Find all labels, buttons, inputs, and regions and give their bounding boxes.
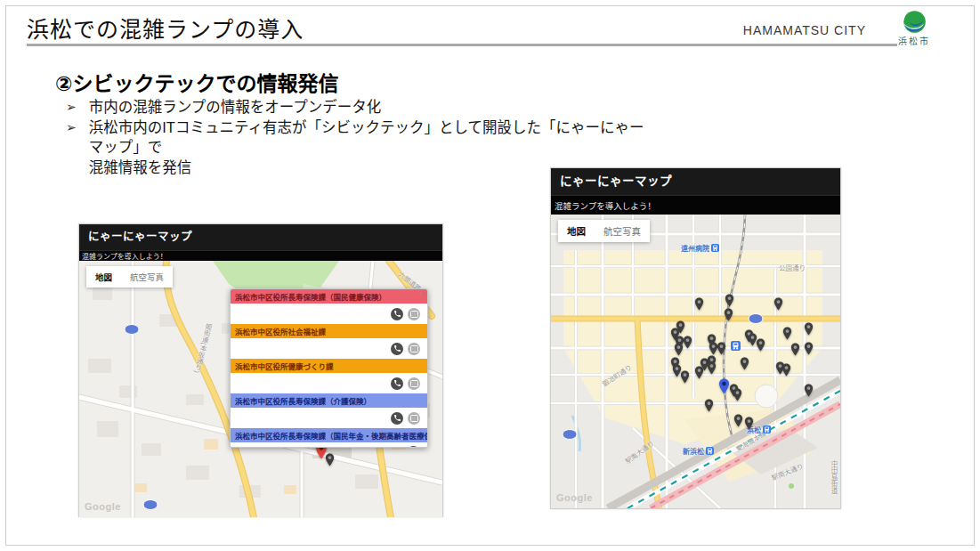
popup-row-header[interactable]: 浜松市中区役所長寿保険課（介護保険）	[231, 393, 427, 408]
train-station-icon	[706, 447, 714, 455]
display-icon[interactable]	[408, 343, 420, 355]
map-pin[interactable]	[717, 342, 726, 355]
map-pin[interactable]	[804, 342, 814, 355]
map-pin[interactable]	[707, 361, 717, 375]
map-type-button-satellite[interactable]: 航空写真	[595, 220, 650, 242]
popup-row-body	[231, 304, 427, 324]
map-pin[interactable]	[733, 388, 742, 401]
map-type-button-satellite[interactable]: 航空写真	[121, 266, 173, 288]
map-type-button-map[interactable]: 地図	[558, 220, 595, 242]
app-titlebar: にゃーにゃーマップ	[79, 224, 442, 250]
map-pin[interactable]	[744, 417, 754, 430]
train-station-icon	[763, 425, 771, 434]
right-map-screenshot: にゃーにゃーマップ 混雑ランプを導入しよう！	[550, 167, 841, 509]
popup-row-header[interactable]: 浜松市中区役所長寿保険課（国民健康保険）	[231, 289, 427, 304]
map-type-control: 地図 航空写真	[86, 266, 173, 288]
map-viewport[interactable]: 地図 航空写真 姫街道(本坂通り)六間道路 × 浜松市中区役所長寿保険課（国民健…	[79, 261, 442, 517]
phone-icon[interactable]	[391, 308, 403, 320]
city-logo-icon	[902, 9, 927, 35]
map-pin[interactable]	[680, 370, 690, 384]
title-divider	[27, 44, 897, 46]
city-logo-label: 浜松市	[897, 34, 931, 47]
station-label: 遠州病院	[681, 243, 719, 253]
display-icon[interactable]	[408, 412, 420, 425]
map-pin[interactable]	[674, 343, 684, 356]
road-label: 中田島街道	[829, 460, 838, 494]
map-pin[interactable]	[740, 357, 749, 370]
google-watermark: Google	[85, 501, 121, 512]
section-heading: ②シビックテックでの情報発信	[55, 67, 338, 97]
road-label: 公園通り	[779, 263, 806, 272]
map-pin[interactable]	[694, 297, 704, 311]
map-pin[interactable]	[704, 399, 714, 412]
bullet-list: ➢市内の混雑ランプの情報をオープンデータ化➢浜松市内のITコミュニティ有志が「シ…	[66, 97, 644, 177]
train-station-icon	[711, 244, 719, 252]
map-type-button-map[interactable]: 地図	[86, 266, 121, 288]
map-type-control: 地図 航空写真	[558, 220, 650, 242]
bullet-arrow-icon: ➢	[66, 117, 77, 178]
map-viewport[interactable]: 地図 航空写真 遠州病院公園通り鍛冶町通り駅南大通り駅南大通り東海道本線新浜松浜…	[551, 215, 840, 508]
page-title: 浜松での混雑ランプの導入	[27, 12, 304, 44]
popup-row-body	[231, 338, 427, 359]
app-banner: 混雑ランプを導入しよう！	[551, 195, 840, 215]
map-pin[interactable]	[733, 414, 743, 427]
app-banner: 混雑ランプを導入しよう！	[79, 250, 442, 261]
blue-map-pin[interactable]	[718, 378, 730, 394]
station-label: 新浜松	[683, 446, 714, 456]
location-pin-icon[interactable]	[407, 446, 420, 448]
popup-row-body	[231, 373, 427, 393]
close-icon[interactable]: ×	[420, 289, 425, 298]
display-icon[interactable]	[408, 377, 420, 390]
map-pin[interactable]	[782, 363, 791, 377]
app-titlebar: にゃーにゃーマップ	[551, 168, 840, 195]
brand-text: HAMAMATSU CITY	[743, 23, 866, 37]
bullet-item: ➢市内の混雑ランプの情報をオープンデータ化	[66, 97, 644, 117]
phone-icon[interactable]	[391, 343, 403, 355]
map-pin[interactable]	[725, 294, 734, 307]
map-pin[interactable]	[756, 338, 765, 352]
map-pin[interactable]	[804, 322, 814, 336]
info-popup: × 浜松市中区役所長寿保険課（国民健康保険）浜松市中区役所社会福祉課浜松市中区役…	[230, 288, 428, 448]
map-pin[interactable]	[790, 343, 800, 356]
popup-row-body	[231, 442, 427, 448]
phone-icon[interactable]	[391, 377, 403, 390]
google-watermark: Google	[556, 492, 593, 503]
bullet-arrow-icon: ➢	[66, 97, 77, 117]
display-icon[interactable]	[408, 308, 420, 320]
map-pin[interactable]	[683, 336, 692, 349]
map-pin[interactable]	[773, 297, 783, 311]
map-pin[interactable]	[724, 308, 733, 321]
slide: 浜松での混雑ランプの導入 HAMAMATSU CITY 浜松市 ②シビックテック…	[0, 0, 980, 551]
bullet-text: 市内の混雑ランプの情報をオープンデータ化	[89, 97, 382, 117]
map-pin[interactable]	[325, 453, 335, 466]
phone-icon[interactable]	[391, 412, 403, 425]
popup-row-header[interactable]: 浜松市中区役所社会福祉課	[231, 324, 427, 338]
hamamatsu-city-logo: 浜松市	[897, 9, 931, 47]
left-map-screenshot: にゃーにゃーマップ 混雑ランプを導入しよう！	[78, 223, 443, 517]
map-pin[interactable]	[804, 384, 814, 397]
popup-row-header[interactable]: 浜松市中区役所健康づくり課	[231, 359, 427, 373]
map-pin[interactable]	[782, 327, 792, 340]
train-station-icon	[731, 341, 741, 351]
popup-row-body	[231, 408, 427, 428]
popup-row-header[interactable]: 浜松市中区役所長寿保険課（国民年金・後期高齢者医療保険）	[231, 428, 427, 442]
